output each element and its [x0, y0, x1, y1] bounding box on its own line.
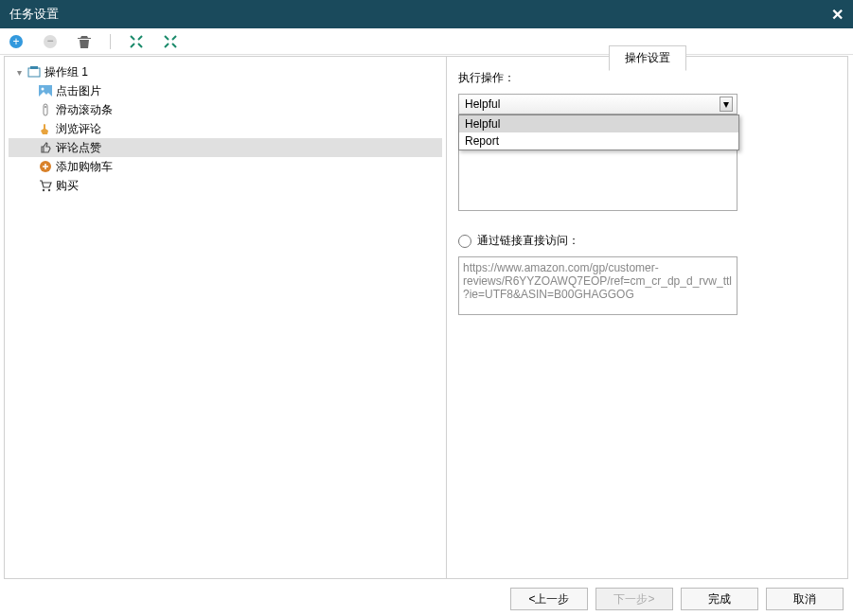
tree-item-buy[interactable]: 购买	[9, 176, 442, 195]
delete-button[interactable]	[76, 33, 93, 50]
tree-item-click-image[interactable]: 点击图片	[9, 81, 442, 100]
tree-root-label: 操作组 1	[43, 64, 88, 80]
dropdown-option-helpful[interactable]: Helpful	[459, 115, 738, 132]
tree-item-browse-review[interactable]: 浏览评论	[9, 119, 442, 138]
close-icon[interactable]: ✕	[831, 6, 844, 24]
tree-item-scroll[interactable]: 滑动滚动条	[9, 100, 442, 119]
group-icon	[26, 64, 43, 79]
tree: ▾ 操作组 1 点击图片 滑动滚动条 浏览评论	[5, 57, 446, 201]
window-title: 任务设置	[9, 6, 59, 23]
tree-item-label: 评论点赞	[54, 140, 101, 156]
scroll-icon	[37, 102, 54, 117]
direct-link-radio[interactable]	[458, 235, 471, 248]
next-button: 下一步>	[595, 588, 673, 610]
action-select[interactable]: Helpful ▾	[458, 94, 737, 114]
tree-item-label: 购买	[54, 178, 79, 194]
footer-buttons: <上一步 下一步> 完成 取消	[510, 588, 844, 610]
collapse-icon	[163, 34, 178, 49]
cart-icon	[37, 178, 54, 193]
svg-point-7	[43, 189, 44, 191]
direct-link-label: 通过链接直接访问：	[477, 233, 579, 249]
add-button[interactable]: +	[8, 33, 25, 50]
settings-panel: 操作设置 执行操作： Helpful ▾ Helpful Report 通过链接…	[446, 56, 848, 579]
cart-add-icon	[37, 159, 54, 174]
direct-link-row: 通过链接直接访问：	[458, 233, 836, 249]
action-dropdown: Helpful Report	[458, 114, 739, 150]
settings-form: 执行操作： Helpful ▾ Helpful Report 通过链接直接访问：	[447, 57, 847, 318]
thumb-icon	[37, 140, 54, 155]
exec-action-label: 执行操作：	[458, 70, 836, 86]
tree-item-label: 浏览评论	[54, 121, 101, 137]
svg-rect-1	[30, 66, 38, 69]
toolbar: + −	[0, 28, 853, 55]
svg-rect-0	[28, 68, 40, 77]
expand-icon	[129, 34, 144, 49]
separator	[110, 34, 111, 49]
tree-item-add-cart[interactable]: 添加购物车	[9, 157, 442, 176]
tree-item-label: 点击图片	[54, 83, 101, 99]
title-bar: 任务设置 ✕	[0, 0, 853, 28]
hand-icon	[37, 121, 54, 136]
cancel-button[interactable]: 取消	[766, 588, 844, 610]
finish-button[interactable]: 完成	[681, 588, 758, 610]
chevron-down-icon: ▾	[720, 97, 733, 112]
action-select-value: Helpful	[465, 97, 500, 111]
main-area: ▾ 操作组 1 点击图片 滑动滚动条 浏览评论	[0, 55, 853, 580]
minus-icon: −	[44, 35, 57, 48]
tree-root[interactable]: ▾ 操作组 1	[9, 62, 442, 81]
prev-button[interactable]: <上一步	[510, 588, 588, 610]
link-textarea[interactable]	[458, 256, 737, 315]
tree-item-label: 滑动滚动条	[54, 102, 113, 118]
tree-item-like-review[interactable]: 评论点赞	[9, 138, 442, 157]
action-textarea[interactable]	[458, 145, 737, 211]
tree-item-label: 添加购物车	[54, 159, 113, 175]
svg-rect-4	[44, 104, 47, 115]
expand-all-button[interactable]	[128, 33, 145, 50]
tree-panel: ▾ 操作组 1 点击图片 滑动滚动条 浏览评论	[4, 56, 447, 579]
svg-point-3	[42, 88, 44, 91]
svg-point-8	[48, 189, 50, 191]
collapse-all-button[interactable]	[162, 33, 179, 50]
image-icon	[37, 83, 54, 98]
dropdown-option-report[interactable]: Report	[459, 132, 738, 150]
remove-button[interactable]: −	[42, 33, 59, 50]
svg-point-5	[44, 106, 46, 108]
collapse-toggle-icon[interactable]: ▾	[12, 67, 26, 78]
action-select-wrap: Helpful ▾ Helpful Report	[458, 94, 737, 114]
plus-icon: +	[9, 35, 23, 48]
trash-icon	[77, 34, 92, 49]
